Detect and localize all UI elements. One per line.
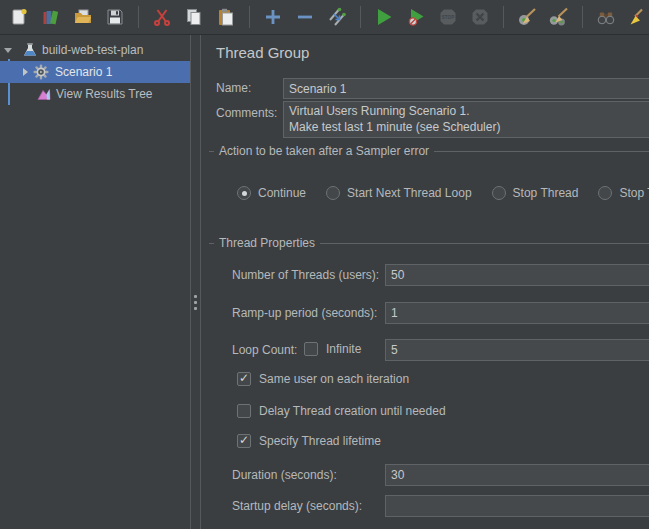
delay-thread-checkbox[interactable] [237,404,251,418]
loop-count-input[interactable] [385,339,649,361]
tree-item-label[interactable]: Scenario 1 [55,65,112,79]
toolbar-separator [138,6,139,28]
splitter-grip-icon[interactable] [194,295,197,310]
save-icon[interactable] [103,5,127,29]
reset-search-icon[interactable] [626,5,649,29]
specify-lifetime-checkbox[interactable] [237,434,251,448]
sampler-error-options: Continue Start Next Thread Loop Stop Thr… [237,185,649,201]
infinite-checkbox-item[interactable]: Infinite [304,342,361,356]
open-file-icon[interactable] [71,5,95,29]
num-threads-input[interactable] [385,264,649,286]
search-icon[interactable] [594,5,618,29]
num-threads-label: Number of Threads (users): [232,264,379,286]
thread-properties-group-title: Thread Properties [214,236,320,250]
startup-delay-row: Startup delay (seconds): [232,495,649,517]
radio-icon[interactable] [492,186,506,200]
clear-all-icon[interactable] [547,5,571,29]
comments-input[interactable]: Virtual Users Running Scenario 1. Make t… [283,101,649,138]
radio-label: Stop Thread [513,186,579,200]
toolbar-separator [249,6,250,28]
same-user-label: Same user on each iteration [259,372,409,386]
test-plan-tree: build-web-test-plan Scenario 1 View Resu… [0,35,190,529]
clear-icon[interactable] [515,5,539,29]
duration-row: Duration (seconds): [232,464,649,486]
radio-label: Stop Test [619,186,649,200]
tree-item-thread-group[interactable]: Scenario 1 [0,61,190,83]
thread-group-icon [33,64,49,80]
tree-item-label[interactable]: View Results Tree [56,87,153,101]
radio-stop-thread[interactable]: Stop Thread [492,186,579,200]
duration-label: Duration (seconds): [232,464,337,486]
radio-stop-test[interactable]: Stop Test [598,186,649,200]
shutdown-icon [468,5,492,29]
comments-label: Comments: [216,106,277,120]
jmeter-window: STOP ? 00:00:00 [0,0,649,529]
new-file-icon[interactable] [7,5,31,29]
ramp-up-input[interactable] [385,302,649,324]
delay-thread-label: Delay Thread creation until needed [259,404,446,418]
tree-item-test-plan[interactable]: build-web-test-plan [0,39,190,61]
radio-icon[interactable] [326,186,340,200]
remove-icon[interactable] [293,5,317,29]
num-threads-row: Number of Threads (users): [232,264,649,286]
svg-text:STOP: STOP [442,15,454,20]
radio-label: Continue [258,186,306,200]
results-tree-icon [36,86,52,102]
loop-count-row: Loop Count: Infinite [232,339,649,361]
tree-item-label[interactable]: build-web-test-plan [42,43,143,57]
stop-icon: STOP [436,5,460,29]
ramp-up-row: Ramp-up period (seconds): [232,302,649,324]
toolbar: STOP ? 00:00:00 [0,0,649,35]
add-icon[interactable] [261,5,285,29]
name-input[interactable] [283,78,649,99]
page-title: Thread Group [216,44,309,61]
radio-start-next-thread-loop[interactable]: Start Next Thread Loop [326,186,472,200]
cut-icon[interactable] [150,5,174,29]
toolbar-separator [360,6,361,28]
radio-continue[interactable]: Continue [237,186,306,200]
comments-row: Comments: Virtual Users Running Scenario… [216,101,649,138]
delay-thread-checkbox-item[interactable]: Delay Thread creation until needed [237,403,446,419]
toggle-icon[interactable] [325,5,349,29]
startup-delay-input[interactable] [385,495,649,517]
sampler-error-group-title: Action to be taken after a Sampler error [214,144,434,158]
infinite-checkbox[interactable] [304,342,318,356]
startup-delay-label: Startup delay (seconds): [232,495,362,517]
same-user-checkbox-item[interactable]: Same user on each iteration [237,371,409,387]
thread-group-panel: Thread Group Name: Comments: Virtual Use… [201,35,649,529]
paste-icon[interactable] [214,5,238,29]
toolbar-separator [582,6,583,28]
radio-icon[interactable] [598,186,612,200]
tree-item-view-results-tree[interactable]: View Results Tree [0,83,190,105]
toolbar-separator [503,6,504,28]
same-user-checkbox[interactable] [237,372,251,386]
name-label: Name: [216,78,251,99]
loop-count-label: Loop Count: [232,339,297,361]
copy-icon[interactable] [182,5,206,29]
name-row: Name: [216,78,649,99]
specify-lifetime-checkbox-item[interactable]: Specify Thread lifetime [237,433,381,449]
collapse-arrow-icon[interactable] [23,68,28,76]
start-no-pauses-icon[interactable] [404,5,428,29]
specify-lifetime-label: Specify Thread lifetime [259,434,381,448]
infinite-label: Infinite [326,342,361,356]
thread-properties-group: Thread Properties [209,236,649,250]
templates-icon[interactable] [39,5,63,29]
panel-splitter[interactable] [190,35,201,529]
test-plan-icon [22,42,38,58]
duration-input[interactable] [385,464,649,486]
radio-icon[interactable] [237,186,251,200]
radio-label: Start Next Thread Loop [347,186,472,200]
expand-arrow-icon[interactable] [4,48,12,53]
start-icon[interactable] [372,5,396,29]
ramp-up-label: Ramp-up period (seconds): [232,302,377,324]
sampler-error-group: Action to be taken after a Sampler error [209,144,649,158]
